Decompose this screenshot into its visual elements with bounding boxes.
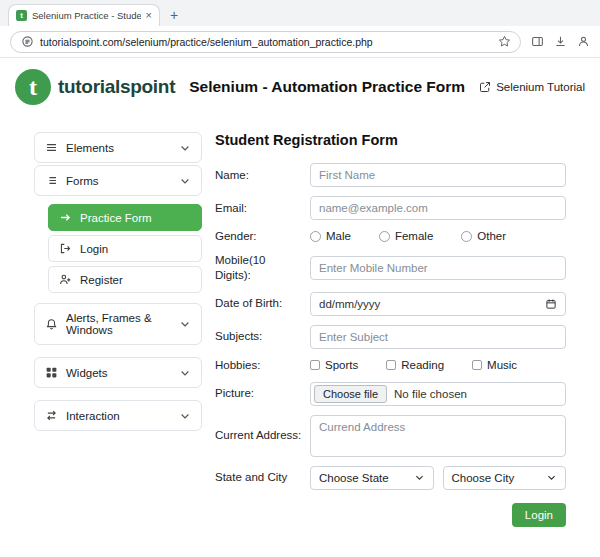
- forms-submenu: Practice Form Login Register: [48, 204, 202, 293]
- hamburger-icon: [45, 141, 58, 154]
- date-of-birth-input[interactable]: dd/mm/yyyy: [310, 292, 566, 316]
- city-select[interactable]: Choose City: [443, 466, 567, 490]
- address-row: Current Address:: [215, 415, 566, 457]
- sidebar-item-practice-form[interactable]: Practice Form: [48, 204, 202, 231]
- reading-checkbox[interactable]: [386, 360, 396, 370]
- site-info-icon[interactable]: [20, 35, 34, 49]
- music-checkbox[interactable]: [472, 360, 482, 370]
- subjects-label: Subjects:: [215, 329, 310, 344]
- hobbies-row: Hobbies: Sports Reading Music: [215, 358, 566, 373]
- browser-window: t Selenium Practice - Student × + tutori…: [0, 0, 600, 557]
- bookmark-star-icon[interactable]: [497, 35, 511, 49]
- dob-row: Date of Birth: dd/mm/yyyy: [215, 292, 566, 316]
- address-label: Current Address:: [215, 428, 310, 443]
- profile-icon[interactable]: [576, 35, 590, 49]
- chevron-down-icon: [179, 410, 191, 422]
- picture-row: Picture: Choose file No file chosen: [215, 382, 566, 406]
- mobile-input[interactable]: [310, 256, 566, 280]
- submit-row: Login: [215, 503, 566, 527]
- tab-strip: t Selenium Practice - Student × +: [0, 0, 600, 26]
- selenium-tutorial-link[interactable]: Selenium Tutorial: [479, 81, 585, 93]
- state-city-label: State and City: [215, 470, 310, 485]
- chevron-down-icon: [179, 142, 191, 154]
- gender-option-male[interactable]: Male: [310, 230, 351, 242]
- hobby-option-music[interactable]: Music: [472, 359, 517, 371]
- other-radio[interactable]: [461, 231, 472, 242]
- mobile-label: Mobile(10 Digits):: [215, 253, 310, 283]
- sidebar-label-alerts: Alerts, Frames & Windows: [66, 312, 171, 336]
- tab-favicon: t: [16, 10, 27, 21]
- city-select-value: Choose City: [452, 472, 515, 484]
- sidebar-item-widgets[interactable]: Widgets: [34, 357, 202, 388]
- login-button[interactable]: Login: [512, 503, 566, 527]
- gender-option-other[interactable]: Other: [461, 230, 506, 242]
- sidebar-item-forms[interactable]: Forms: [34, 165, 202, 196]
- female-radio[interactable]: [379, 231, 390, 242]
- email-row: Email:: [215, 196, 566, 220]
- gender-option-female[interactable]: Female: [379, 230, 433, 242]
- sports-checkbox[interactable]: [310, 360, 320, 370]
- new-tab-button[interactable]: +: [170, 8, 178, 22]
- choose-file-button[interactable]: Choose file: [314, 385, 387, 403]
- register-icon: [59, 273, 72, 286]
- first-name-input[interactable]: [310, 163, 566, 187]
- caret-down-icon: [546, 472, 557, 483]
- gender-options: Male Female Other: [310, 230, 566, 242]
- external-link-icon: [479, 81, 491, 93]
- chevron-down-icon: [179, 318, 191, 330]
- download-icon[interactable]: [553, 35, 567, 49]
- sidebar-item-login[interactable]: Login: [48, 235, 202, 262]
- reading-label: Reading: [401, 359, 444, 371]
- sidebar-item-interaction[interactable]: Interaction: [34, 400, 202, 431]
- logo-icon: t: [15, 69, 51, 105]
- state-city-row: State and City Choose State Choose City: [215, 466, 566, 490]
- sidebar-item-alerts[interactable]: Alerts, Frames & Windows: [34, 303, 202, 345]
- page-title: Selenium - Automation Practice Form: [175, 78, 479, 96]
- url-text: tutorialspoint.com/selenium/practice/sel…: [40, 36, 491, 48]
- sports-label: Sports: [325, 359, 358, 371]
- form-title: Student Registration Form: [215, 132, 566, 148]
- sidebar: Elements Forms: [34, 132, 202, 557]
- email-input[interactable]: [310, 196, 566, 220]
- sidebar-item-register[interactable]: Register: [48, 266, 202, 293]
- tab-close-icon[interactable]: ×: [146, 10, 152, 21]
- login-icon: [59, 242, 72, 255]
- side-panel-icon[interactable]: [530, 35, 544, 49]
- other-label: Other: [477, 230, 506, 242]
- male-label: Male: [326, 230, 351, 242]
- browser-tab[interactable]: t Selenium Practice - Student ×: [8, 4, 160, 26]
- address-bar[interactable]: tutorialspoint.com/selenium/practice/sel…: [10, 31, 521, 53]
- swap-arrows-icon: [45, 409, 58, 422]
- picture-label: Picture:: [215, 386, 310, 401]
- registration-form: Student Registration Form Name: Email: G…: [215, 132, 566, 557]
- name-row: Name:: [215, 163, 566, 187]
- gender-label: Gender:: [215, 229, 310, 244]
- brand-name: tutorialspoint: [58, 76, 175, 98]
- state-select-value: Choose State: [319, 472, 389, 484]
- sidebar-label-widgets: Widgets: [66, 367, 108, 379]
- state-select[interactable]: Choose State: [310, 466, 434, 490]
- dob-label: Date of Birth:: [215, 296, 310, 311]
- sidebar-item-elements[interactable]: Elements: [34, 132, 202, 163]
- widgets-grid-icon: [45, 366, 58, 379]
- hobby-option-reading[interactable]: Reading: [386, 359, 444, 371]
- name-label: Name:: [215, 168, 310, 183]
- sidebar-label-register: Register: [80, 274, 123, 286]
- date-value: dd/mm/yyyy: [319, 298, 380, 310]
- sidebar-label-forms: Forms: [66, 175, 99, 187]
- hobbies-options: Sports Reading Music: [310, 359, 566, 371]
- calendar-icon[interactable]: [545, 298, 557, 310]
- sidebar-label-practice-form: Practice Form: [80, 212, 152, 224]
- male-radio[interactable]: [310, 231, 321, 242]
- state-city-selects: Choose State Choose City: [310, 466, 566, 490]
- subjects-input[interactable]: [310, 325, 566, 349]
- female-label: Female: [395, 230, 433, 242]
- subjects-row: Subjects:: [215, 325, 566, 349]
- hobby-option-sports[interactable]: Sports: [310, 359, 358, 371]
- tab-title: Selenium Practice - Student: [32, 10, 141, 21]
- sidebar-label-elements: Elements: [66, 142, 114, 154]
- brand-logo[interactable]: t tutorialspoint: [15, 69, 175, 105]
- picture-file-input[interactable]: Choose file No file chosen: [310, 382, 566, 406]
- site-header: t tutorialspoint Selenium - Automation P…: [0, 58, 600, 116]
- current-address-textarea[interactable]: [310, 415, 566, 457]
